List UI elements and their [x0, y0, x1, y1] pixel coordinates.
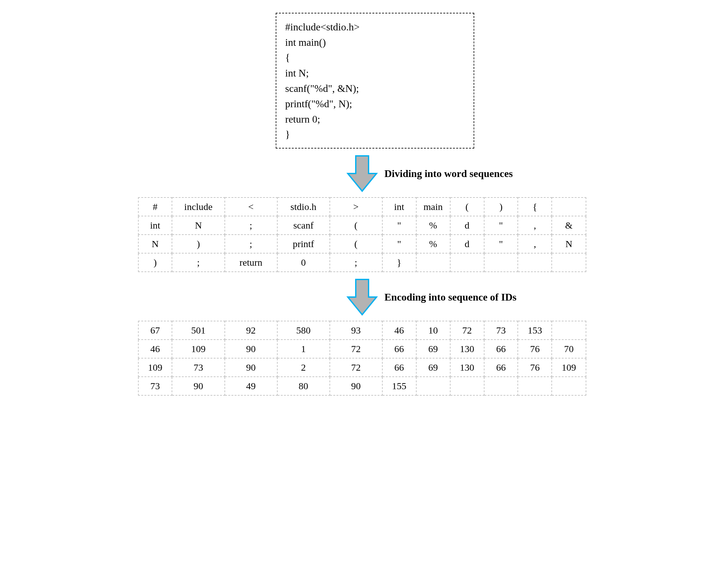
- id-cell: 90: [172, 377, 225, 395]
- token-cell: d: [450, 216, 484, 235]
- id-cell: 69: [416, 358, 450, 377]
- token-cell: ;: [225, 235, 277, 253]
- token-cell: <: [225, 197, 277, 216]
- token-cell: %: [416, 235, 450, 253]
- token-cell: printf: [277, 235, 330, 253]
- id-cell: 66: [382, 340, 416, 358]
- token-cell: [552, 197, 586, 216]
- id-cell: 93: [330, 321, 382, 340]
- id-cell: 90: [225, 340, 277, 358]
- token-cell: }: [382, 253, 416, 272]
- id-cell: 49: [225, 377, 277, 395]
- token-cell: ;: [330, 253, 382, 272]
- token-cell: {: [518, 197, 552, 216]
- token-cell: ,: [518, 235, 552, 253]
- id-cell: 90: [225, 358, 277, 377]
- token-cell: N: [138, 235, 172, 253]
- id-cell: 130: [450, 340, 484, 358]
- arrow-caption-1: Dividing into word sequences: [385, 168, 513, 180]
- token-cell: ;: [172, 253, 225, 272]
- token-grid: # include < stdio.h > int main ( ) { int…: [138, 197, 586, 272]
- id-cell: 73: [484, 321, 518, 340]
- arrow-section-2: Encoding into sequence of IDs: [138, 278, 586, 316]
- id-cell: 580: [277, 321, 330, 340]
- id-cell: [416, 377, 450, 395]
- arrow-caption-2: Encoding into sequence of IDs: [385, 291, 517, 303]
- code-line: }: [285, 127, 464, 142]
- id-cell: 501: [172, 321, 225, 340]
- code-line: scanf("%d", &N);: [285, 81, 464, 96]
- id-cell: 1: [277, 340, 330, 358]
- id-cell: 46: [382, 321, 416, 340]
- token-cell: include: [172, 197, 225, 216]
- token-cell: d: [450, 235, 484, 253]
- id-cell: 66: [484, 340, 518, 358]
- code-line: int main(): [285, 35, 464, 50]
- token-cell: scanf: [277, 216, 330, 235]
- id-cell: 90: [330, 377, 382, 395]
- token-cell: (: [450, 197, 484, 216]
- id-cell: 92: [225, 321, 277, 340]
- token-cell: #: [138, 197, 172, 216]
- id-cell: 73: [138, 377, 172, 395]
- id-cell: 72: [330, 340, 382, 358]
- id-cell: 76: [518, 358, 552, 377]
- down-arrow-icon: [346, 154, 378, 193]
- code-line: int N;: [285, 65, 464, 81]
- id-cell: 80: [277, 377, 330, 395]
- token-cell: ": [484, 216, 518, 235]
- token-cell: int: [138, 216, 172, 235]
- token-cell: &: [552, 216, 586, 235]
- token-cell: ): [484, 197, 518, 216]
- id-cell: [484, 377, 518, 395]
- id-cell: 109: [552, 358, 586, 377]
- token-cell: N: [172, 216, 225, 235]
- id-cell: 76: [518, 340, 552, 358]
- token-cell: [416, 253, 450, 272]
- token-cell: [552, 253, 586, 272]
- id-cell: 109: [138, 358, 172, 377]
- id-cell: [450, 377, 484, 395]
- id-cell: 72: [330, 358, 382, 377]
- arrow-section-1: Dividing into word sequences: [138, 154, 586, 193]
- id-cell: 69: [416, 340, 450, 358]
- id-cell: 130: [450, 358, 484, 377]
- id-cell: 2: [277, 358, 330, 377]
- id-cell: 70: [552, 340, 586, 358]
- down-arrow-icon: [346, 278, 378, 316]
- token-cell: ): [172, 235, 225, 253]
- token-cell: N: [552, 235, 586, 253]
- id-cell: [518, 377, 552, 395]
- id-cell: 72: [450, 321, 484, 340]
- id-cell: [552, 321, 586, 340]
- token-cell: ,: [518, 216, 552, 235]
- id-cell: 66: [382, 358, 416, 377]
- token-cell: int: [382, 197, 416, 216]
- id-cell: 66: [484, 358, 518, 377]
- token-cell: ": [382, 235, 416, 253]
- source-code-box: #include<stdio.h> int main() { int N; sc…: [276, 13, 474, 148]
- token-cell: >: [330, 197, 382, 216]
- token-cell: [518, 253, 552, 272]
- code-line: #include<stdio.h>: [285, 19, 464, 35]
- id-cell: [552, 377, 586, 395]
- token-cell: ;: [225, 216, 277, 235]
- token-cell: return: [225, 253, 277, 272]
- token-cell: ": [484, 235, 518, 253]
- id-cell: 109: [172, 340, 225, 358]
- token-cell: main: [416, 197, 450, 216]
- id-cell: 73: [172, 358, 225, 377]
- token-cell: stdio.h: [277, 197, 330, 216]
- id-cell: 10: [416, 321, 450, 340]
- id-cell: 67: [138, 321, 172, 340]
- token-cell: [484, 253, 518, 272]
- token-cell: ): [138, 253, 172, 272]
- id-cell: 155: [382, 377, 416, 395]
- id-cell: 46: [138, 340, 172, 358]
- token-cell: ": [382, 216, 416, 235]
- id-grid: 67 501 92 580 93 46 10 72 73 153 46 109 …: [138, 321, 586, 396]
- code-line: return 0;: [285, 111, 464, 127]
- token-cell: [450, 253, 484, 272]
- token-cell: (: [330, 216, 382, 235]
- token-cell: (: [330, 235, 382, 253]
